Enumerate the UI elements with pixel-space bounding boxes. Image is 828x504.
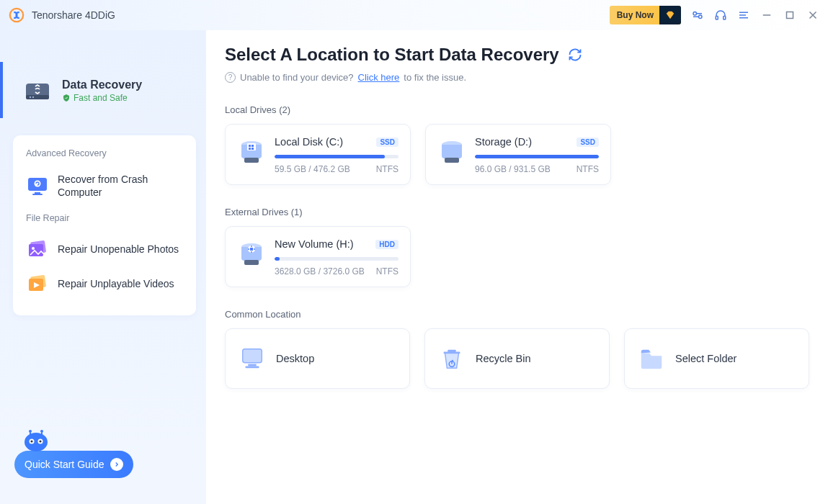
svg-point-2 <box>699 15 703 19</box>
svg-point-19 <box>25 433 48 451</box>
svg-rect-3 <box>716 17 718 20</box>
svg-point-16 <box>32 247 35 250</box>
svg-rect-29 <box>249 145 251 147</box>
svg-point-9 <box>32 96 34 98</box>
sidebar-item-crash-recovery[interactable]: Recover from Crash Computer <box>23 167 186 204</box>
location-card[interactable]: Select Folder <box>624 328 809 389</box>
sidebar-heading-advanced: Advanced Recovery <box>23 148 186 158</box>
sidebar-item-label: Repair Unopenable Photos <box>58 243 179 256</box>
buy-now-label: Buy Now <box>617 10 654 20</box>
sidebar-item-label: Recover from Crash Computer <box>58 173 183 199</box>
svg-rect-12 <box>32 194 43 195</box>
svg-rect-39 <box>243 349 262 363</box>
location-icon <box>239 345 266 372</box>
drive-icon <box>437 138 466 166</box>
maximize-icon[interactable] <box>783 9 796 22</box>
svg-point-23 <box>39 440 41 442</box>
drive-icon <box>237 240 266 269</box>
location-label: Select Folder <box>675 353 736 364</box>
svg-rect-30 <box>251 145 254 147</box>
svg-rect-31 <box>249 148 251 150</box>
svg-rect-36 <box>244 260 259 265</box>
photo-repair-icon <box>26 238 49 261</box>
svg-rect-32 <box>251 148 254 150</box>
location-card[interactable]: Recycle Bin <box>424 328 610 389</box>
sidebar-primary-title: Data Recovery <box>62 78 142 91</box>
svg-point-8 <box>30 96 31 98</box>
drive-tag: SSD <box>577 138 599 147</box>
sidebar-primary-subtitle: Fast and Safe <box>62 93 142 103</box>
drive-card[interactable]: Local Disk (C:) SSD 59.5 GB / 476.2 GB N… <box>225 124 411 185</box>
diamond-icon <box>659 6 681 24</box>
drive-tag: HDD <box>375 240 399 249</box>
hint-post: to fix the issue. <box>404 72 466 83</box>
question-icon: ? <box>225 72 236 83</box>
svg-rect-7 <box>26 95 49 99</box>
location-icon <box>438 345 466 372</box>
tool-icon[interactable] <box>691 9 704 22</box>
quick-start-label: Quick Start Guide <box>25 459 104 470</box>
hint-pre: Unable to find your device? <box>240 72 354 83</box>
sidebar: Data Recovery Fast and Safe Advanced Rec… <box>0 30 206 504</box>
app-title: Tenorshare 4DDiG <box>32 9 115 21</box>
hdd-recovery-icon <box>23 76 52 105</box>
svg-rect-5 <box>787 12 793 19</box>
drive-fs: NTFS <box>376 164 399 174</box>
drive-usage-bar <box>275 257 399 261</box>
close-icon[interactable] <box>806 9 819 22</box>
drive-usage-text: 3628.0 GB / 3726.0 GB <box>275 266 365 276</box>
bot-icon <box>20 426 52 455</box>
main-content: Select A Location to Start Data Recovery… <box>206 30 828 504</box>
svg-rect-11 <box>35 192 40 194</box>
svg-rect-38 <box>250 248 253 251</box>
refresh-icon[interactable] <box>568 48 582 62</box>
app-logo-icon <box>9 7 25 23</box>
location-label: Desktop <box>276 353 314 364</box>
sidebar-item-repair-photos[interactable]: Repair Unopenable Photos <box>23 232 186 266</box>
drive-fs: NTFS <box>577 164 599 174</box>
svg-point-1 <box>693 12 697 16</box>
arrow-right-icon <box>110 458 123 471</box>
drive-name: Storage (D:) <box>475 136 532 148</box>
drive-fs: NTFS <box>376 266 399 276</box>
drive-usage-text: 96.0 GB / 931.5 GB <box>475 164 551 174</box>
video-repair-icon <box>26 272 49 295</box>
sidebar-item-label: Repair Unplayable Videos <box>58 277 174 290</box>
section-common-location: Common Location <box>225 309 809 320</box>
svg-point-22 <box>30 440 32 442</box>
location-label: Recycle Bin <box>476 353 531 364</box>
buy-now-button[interactable]: Buy Now <box>610 6 681 24</box>
section-external-drives: External Drives (1) <box>225 207 809 217</box>
drive-usage-bar <box>475 155 599 158</box>
drive-name: New Volume (H:) <box>275 238 354 250</box>
drive-usage-text: 59.5 GB / 476.2 GB <box>275 164 350 174</box>
menu-icon[interactable] <box>737 9 750 22</box>
sidebar-item-data-recovery[interactable]: Data Recovery Fast and Safe <box>0 62 206 118</box>
hint-link[interactable]: Click here <box>358 72 400 83</box>
drive-icon <box>237 138 266 166</box>
monitor-recovery-icon <box>26 174 49 197</box>
svg-point-13 <box>35 181 41 187</box>
section-local-drives: Local Drives (2) <box>225 104 809 115</box>
page-title: Select A Location to Start Data Recovery <box>225 45 559 65</box>
minimize-icon[interactable] <box>760 9 773 22</box>
drive-tag: SSD <box>376 138 399 147</box>
svg-rect-41 <box>246 366 259 368</box>
svg-rect-27 <box>244 158 259 163</box>
svg-rect-43 <box>444 352 460 354</box>
sidebar-card: Advanced Recovery Recover from Crash Com… <box>13 135 196 315</box>
svg-rect-40 <box>248 364 256 366</box>
svg-point-25 <box>40 430 43 433</box>
svg-point-24 <box>29 430 32 433</box>
drive-name: Local Disk (C:) <box>275 136 343 148</box>
headset-icon[interactable] <box>714 9 727 22</box>
drive-usage-bar <box>275 155 399 158</box>
sidebar-heading-file-repair: File Repair <box>23 213 186 223</box>
hint-row: ? Unable to find your device? Click here… <box>225 72 809 83</box>
drive-card[interactable]: Storage (D:) SSD 96.0 GB / 931.5 GB NTFS <box>425 124 611 185</box>
location-card[interactable]: Desktop <box>225 328 410 389</box>
svg-rect-4 <box>724 17 726 20</box>
sidebar-item-repair-videos[interactable]: Repair Unplayable Videos <box>23 266 186 301</box>
titlebar: Tenorshare 4DDiG Buy Now <box>0 0 828 30</box>
drive-card[interactable]: New Volume (H:) HDD 3628.0 GB / 3726.0 G… <box>225 226 411 287</box>
